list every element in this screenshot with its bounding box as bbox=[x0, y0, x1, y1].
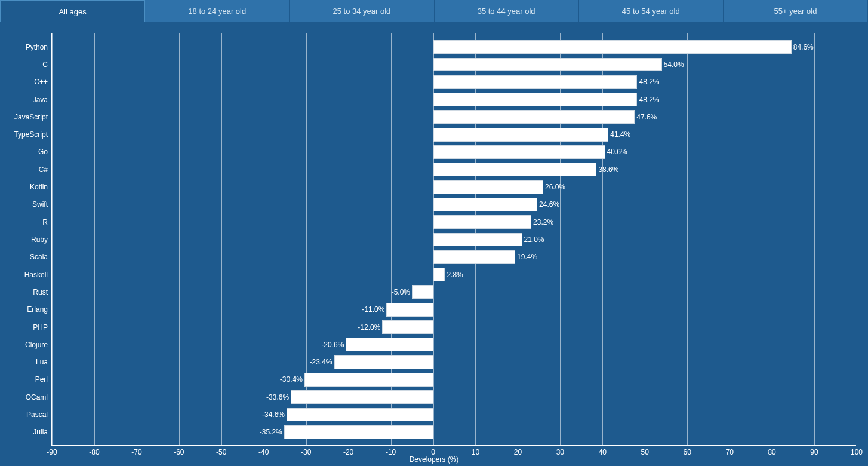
category-label: Julia bbox=[33, 428, 48, 436]
bar[interactable] bbox=[433, 198, 538, 211]
bar-row: -35.2% bbox=[52, 425, 857, 439]
bar[interactable] bbox=[433, 233, 522, 247]
bar-row: 21.0% bbox=[52, 233, 857, 247]
x-tick-label: 50 bbox=[641, 448, 649, 456]
bar[interactable] bbox=[284, 425, 433, 439]
category-label: OCaml bbox=[26, 393, 48, 401]
category-label: Kotlin bbox=[30, 183, 48, 191]
bar[interactable] bbox=[433, 75, 638, 89]
bar[interactable] bbox=[346, 338, 433, 351]
category-label: R bbox=[42, 218, 48, 226]
bar-value-label: 21.0% bbox=[524, 235, 544, 244]
category-label: Swift bbox=[32, 200, 48, 209]
bar[interactable] bbox=[433, 268, 445, 281]
x-tick-label: 80 bbox=[768, 448, 775, 456]
category-label: TypeScript bbox=[14, 130, 48, 139]
bar[interactable] bbox=[433, 110, 635, 124]
category-label: JavaScript bbox=[14, 113, 48, 121]
x-tick-label: 10 bbox=[472, 448, 479, 456]
bar[interactable] bbox=[433, 163, 597, 176]
bar-row: 2.8% bbox=[52, 268, 857, 281]
bar-value-label: 23.2% bbox=[533, 218, 553, 226]
bar[interactable] bbox=[304, 373, 433, 387]
bar-value-label: -30.4% bbox=[280, 375, 303, 384]
bar-value-label: 19.4% bbox=[517, 253, 537, 261]
bar-row: 48.2% bbox=[52, 93, 857, 106]
bar[interactable] bbox=[433, 93, 638, 106]
bar[interactable] bbox=[291, 390, 433, 404]
x-tick-label: -40 bbox=[258, 448, 269, 456]
bar-row: -20.6% bbox=[52, 338, 857, 351]
bar[interactable] bbox=[287, 408, 433, 422]
x-tick-label: -90 bbox=[47, 448, 57, 456]
x-tick-label: 100 bbox=[851, 448, 863, 456]
bar-value-label: -12.0% bbox=[358, 323, 380, 332]
bar[interactable] bbox=[334, 355, 433, 369]
x-tick-label: -50 bbox=[216, 448, 226, 456]
category-label: Go bbox=[38, 148, 48, 156]
grid-line bbox=[857, 33, 857, 445]
bar-row: -33.6% bbox=[52, 390, 857, 404]
tab-55-plus[interactable]: 55+ year old bbox=[724, 0, 868, 22]
bar-value-label: 24.6% bbox=[539, 200, 559, 209]
bar[interactable] bbox=[433, 145, 605, 159]
category-label: Clojure bbox=[25, 341, 48, 349]
tab-18-24[interactable]: 18 to 24 year old bbox=[145, 0, 290, 22]
bar-value-label: 54.0% bbox=[664, 60, 684, 69]
x-tick-label: 70 bbox=[725, 448, 733, 456]
category-label: Ruby bbox=[31, 235, 48, 244]
category-label: Erlang bbox=[27, 305, 48, 314]
bar-row: -23.4% bbox=[52, 355, 857, 369]
bar-value-label: -20.6% bbox=[321, 341, 344, 349]
x-tick-label: -20 bbox=[343, 448, 353, 456]
tab-25-34[interactable]: 25 to 34 year old bbox=[290, 0, 434, 22]
bar[interactable] bbox=[386, 303, 433, 317]
chart-area: -90-80-70-60-50-40-30-20-100102030405060… bbox=[0, 23, 868, 466]
bar[interactable] bbox=[433, 58, 662, 72]
category-label: C bbox=[42, 60, 48, 69]
x-axis-title: Developers (%) bbox=[410, 455, 459, 464]
category-label: Pascal bbox=[26, 410, 48, 419]
bar-value-label: 2.8% bbox=[447, 271, 463, 279]
x-tick-label: -60 bbox=[174, 448, 184, 456]
bar-row: 41.4% bbox=[52, 128, 857, 142]
bar-value-label: 48.2% bbox=[639, 96, 659, 104]
bar-row: 54.0% bbox=[52, 58, 857, 72]
bar-value-label: 48.2% bbox=[639, 78, 659, 86]
bar[interactable] bbox=[433, 250, 516, 264]
bar-row: 24.6% bbox=[52, 198, 857, 211]
tab-45-54[interactable]: 45 to 54 year old bbox=[579, 0, 724, 22]
tab-all-ages[interactable]: All ages bbox=[0, 0, 145, 22]
bar-row: 23.2% bbox=[52, 215, 857, 229]
bar-value-label: -11.0% bbox=[362, 305, 384, 314]
bar-value-label: 38.6% bbox=[598, 165, 618, 174]
bar[interactable] bbox=[412, 285, 433, 299]
plot-region: -90-80-70-60-50-40-30-20-100102030405060… bbox=[51, 33, 856, 446]
bar-row: 19.4% bbox=[52, 250, 857, 264]
bar-row: 38.6% bbox=[52, 163, 857, 176]
bar-row: 47.6% bbox=[52, 110, 857, 124]
category-label: Perl bbox=[35, 375, 48, 384]
category-label: Haskell bbox=[24, 271, 48, 279]
bar[interactable] bbox=[433, 215, 532, 229]
x-tick-label: 40 bbox=[599, 448, 607, 456]
bar-value-label: -34.6% bbox=[262, 410, 285, 419]
bar[interactable] bbox=[382, 320, 433, 334]
bar-value-label: -33.6% bbox=[266, 393, 289, 401]
tabs-container: All ages 18 to 24 year old 25 to 34 year… bbox=[0, 0, 868, 23]
tab-35-44[interactable]: 35 to 44 year old bbox=[435, 0, 579, 22]
bar[interactable] bbox=[433, 40, 792, 54]
category-label: Java bbox=[33, 96, 48, 104]
bar[interactable] bbox=[433, 180, 543, 194]
category-label: Rust bbox=[33, 288, 48, 296]
x-tick-label: -30 bbox=[301, 448, 311, 456]
category-label: Lua bbox=[36, 358, 48, 366]
bar-row: -12.0% bbox=[52, 320, 857, 334]
x-tick-label: 20 bbox=[514, 448, 522, 456]
x-tick-label: -80 bbox=[89, 448, 99, 456]
x-tick-label: 90 bbox=[810, 448, 818, 456]
x-tick-label: -10 bbox=[386, 448, 396, 456]
bar-value-label: -5.0% bbox=[392, 288, 410, 296]
bar-row: -34.6% bbox=[52, 408, 857, 422]
bar[interactable] bbox=[433, 128, 609, 142]
